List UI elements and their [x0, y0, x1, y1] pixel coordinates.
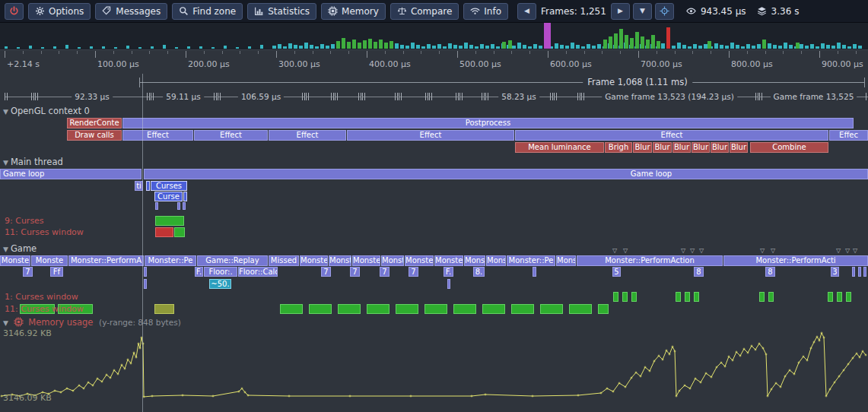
zone-blur[interactable]: Blur — [692, 142, 710, 153]
zone-renderconte[interactable]: RenderConte — [67, 118, 122, 128]
zone[interactable] — [837, 292, 842, 302]
section-header-main-thread[interactable]: ▼Main thread — [3, 157, 63, 167]
zone[interactable] — [482, 304, 505, 314]
goto-frame-button[interactable] — [655, 3, 674, 20]
zone[interactable] — [396, 304, 418, 314]
zone-mons[interactable]: Mons — [556, 255, 576, 266]
zone[interactable] — [424, 304, 447, 314]
zone-monste[interactable]: Monste — [300, 255, 328, 266]
zone[interactable] — [768, 292, 774, 302]
zone-curse[interactable]: Curse — [154, 192, 183, 201]
zone-marker-icon[interactable]: ▽ — [845, 248, 850, 254]
zone-5[interactable]: 5 — [612, 267, 621, 277]
thread-label[interactable]: 1: Curses window — [5, 292, 78, 302]
zone-blur[interactable]: Blur — [633, 142, 652, 153]
zone-game-replay[interactable]: Game::Replay — [197, 255, 268, 266]
zone-marker-icon[interactable]: ▽ — [853, 248, 857, 254]
collapse-icon[interactable]: ▼ — [3, 108, 8, 116]
zone[interactable] — [598, 304, 609, 314]
zone[interactable] — [685, 292, 690, 302]
zone-monster-performa[interactable]: Monster::PerformA — [68, 255, 144, 266]
statistics-button[interactable]: Statistics — [247, 3, 316, 20]
find-zone-button[interactable]: Find zone — [172, 3, 243, 20]
zone[interactable] — [828, 292, 833, 302]
zone-brigh[interactable]: Brigh — [605, 142, 632, 153]
zone-marker-icon[interactable]: ▽ — [623, 248, 628, 254]
zone[interactable] — [155, 227, 173, 237]
zone-effect[interactable]: Effect — [194, 130, 268, 141]
zone-monste[interactable]: Monste — [434, 255, 463, 266]
zone-marker-icon[interactable]: ▽ — [612, 248, 617, 254]
collapse-icon[interactable]: ▼ — [3, 159, 8, 166]
zone[interactable] — [338, 304, 361, 314]
zone--50-[interactable]: ~50. — [209, 279, 231, 289]
zone-monster-performaction[interactable]: Monster::PerformAction — [577, 255, 723, 266]
zone-blur[interactable]: Blur — [672, 142, 691, 153]
zone[interactable] — [177, 202, 180, 210]
zone-mons[interactable]: Mons — [486, 255, 506, 266]
memory-button[interactable]: Memory — [321, 3, 386, 20]
collapse-icon[interactable]: ▼ — [3, 246, 8, 253]
zone[interactable] — [309, 304, 332, 314]
zone[interactable] — [694, 292, 699, 302]
zone-combine[interactable]: Combine — [750, 142, 828, 153]
zone-monst[interactable]: Monst — [464, 255, 485, 266]
zone-ff[interactable]: Ff — [50, 267, 63, 277]
zone-f-[interactable]: F. — [195, 267, 203, 277]
zone-7[interactable]: 7 — [350, 267, 360, 277]
timeline[interactable]: RenderContePostprocessDraw callsEffectEf… — [0, 0, 868, 412]
zone-monste[interactable]: Monste — [405, 255, 434, 266]
zone-effect[interactable]: Effect — [515, 130, 828, 141]
zone-game-loop[interactable]: Game loop — [0, 169, 141, 179]
collapse-icon[interactable]: ▼ — [3, 319, 8, 327]
zone-marker-icon[interactable]: ▽ — [690, 248, 695, 254]
zone-missed[interactable]: Missed — [269, 255, 299, 266]
section-header-opengl-context-0[interactable]: ▼OpenGL context 0 — [3, 106, 90, 116]
zone[interactable] — [155, 216, 184, 226]
zone[interactable] — [852, 267, 855, 277]
zone-monster-pe[interactable]: Monster::Pe — [145, 255, 196, 266]
zone[interactable] — [511, 304, 534, 314]
thread-label[interactable]: 9: Curses — [5, 216, 44, 226]
zone[interactable] — [367, 304, 389, 314]
zone[interactable] — [759, 292, 765, 302]
section-header-game[interactable]: ▼Game — [3, 243, 37, 254]
zone-monst[interactable]: Monst — [329, 255, 351, 266]
zone-blur[interactable]: Blur — [730, 142, 748, 153]
zone-monste[interactable]: Monste — [352, 255, 380, 266]
compare-button[interactable]: Compare — [390, 3, 459, 20]
zone-floor-calc[interactable]: Floor::Calc — [238, 267, 278, 277]
zone[interactable] — [183, 202, 186, 210]
zone-3[interactable]: 3 — [831, 267, 839, 277]
zone-floor-[interactable]: Floor:. — [204, 267, 237, 277]
zone[interactable] — [174, 227, 185, 237]
frame-dropdown-button[interactable]: ▼ — [633, 3, 652, 20]
info-button[interactable]: Info — [463, 3, 508, 20]
zone[interactable] — [155, 202, 158, 210]
zone[interactable] — [146, 181, 150, 191]
zone-game-loop[interactable]: Game loop — [144, 169, 868, 179]
zone-draw-calls[interactable]: Draw calls — [67, 130, 122, 141]
zone[interactable] — [631, 292, 637, 302]
messages-button[interactable]: Messages — [95, 3, 167, 20]
zone[interactable] — [540, 304, 563, 314]
zone-7[interactable]: 7 — [23, 267, 33, 277]
zone-blur[interactable]: Blur — [653, 142, 672, 153]
zone[interactable] — [144, 267, 147, 277]
zone-marker-icon[interactable]: ▽ — [836, 248, 841, 254]
zone-marker-icon[interactable]: ▽ — [771, 248, 775, 254]
zone[interactable] — [533, 267, 536, 277]
zone[interactable] — [613, 292, 618, 302]
zone[interactable] — [676, 292, 681, 302]
zone-monster-pe[interactable]: Monster::Pe — [507, 255, 555, 266]
zone-marker-icon[interactable]: ▽ — [699, 248, 704, 254]
zone[interactable] — [447, 279, 450, 289]
zone-effect[interactable]: Effect — [347, 130, 514, 141]
zone-monste[interactable]: Monste — [0, 255, 30, 266]
zone-7[interactable]: 7 — [380, 267, 389, 277]
options-button[interactable]: Options — [28, 3, 91, 20]
zone-curses[interactable]: Curses — [151, 181, 187, 191]
zone-7[interactable]: 7 — [409, 267, 418, 277]
zone-marker-icon[interactable]: ▽ — [681, 248, 685, 254]
zone-f-[interactable]: F. — [444, 267, 453, 277]
